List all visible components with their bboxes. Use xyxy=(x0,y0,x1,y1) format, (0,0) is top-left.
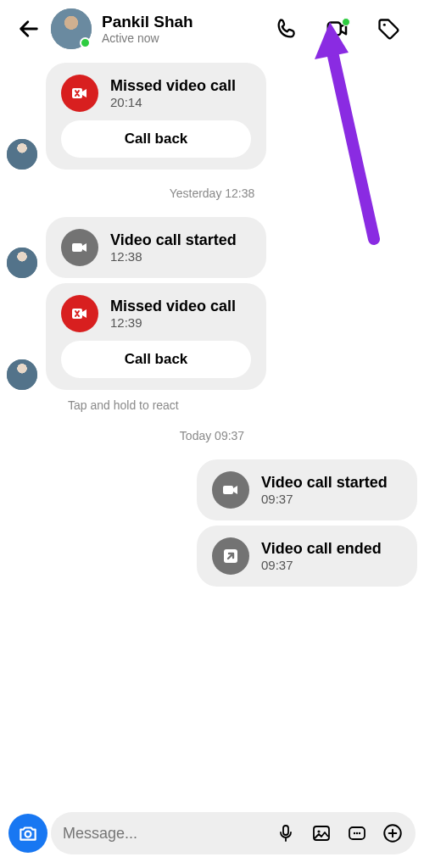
sticker-button[interactable] xyxy=(339,815,375,851)
svg-point-14 xyxy=(359,832,360,834)
svg-point-12 xyxy=(354,832,355,834)
gallery-button[interactable] xyxy=(304,815,339,851)
call-title: Missed video call xyxy=(110,298,236,315)
chat-header: Pankil Shah Active now xyxy=(0,0,424,58)
reaction-hint: Tap and hold to react xyxy=(68,398,417,412)
svg-rect-3 xyxy=(72,243,82,252)
svg-point-1 xyxy=(383,24,386,26)
voice-message-button[interactable] xyxy=(268,815,304,851)
video-call-button[interactable] xyxy=(321,12,354,46)
call-title: Video call started xyxy=(261,474,388,492)
image-icon xyxy=(311,823,332,843)
video-started-icon xyxy=(61,229,98,266)
composer xyxy=(0,802,424,868)
timestamp-divider: Yesterday 12:38 xyxy=(7,186,417,200)
message-thread: Missed video call 20:14 Call back Yester… xyxy=(0,63,424,587)
camera-icon xyxy=(17,822,39,844)
call-time: 20:14 xyxy=(110,95,236,109)
message-row: Video call started 12:38 xyxy=(7,217,417,278)
call-time: 09:37 xyxy=(261,492,388,506)
sender-avatar[interactable] xyxy=(7,139,37,170)
svg-rect-5 xyxy=(223,486,233,494)
svg-rect-0 xyxy=(328,23,341,36)
call-title: Video call started xyxy=(110,231,237,249)
call-bubble[interactable]: Missed video call 12:39 Call back xyxy=(46,283,266,390)
svg-point-10 xyxy=(317,830,320,832)
presence-dot-icon xyxy=(80,37,91,48)
message-input[interactable] xyxy=(63,825,268,843)
svg-rect-8 xyxy=(283,826,288,835)
contact-status: Active now xyxy=(102,31,258,45)
message-row: Missed video call 12:39 Call back xyxy=(7,283,417,390)
phone-icon xyxy=(275,17,298,41)
sticker-icon xyxy=(347,823,367,843)
video-started-icon xyxy=(212,471,249,509)
voice-call-button[interactable] xyxy=(270,12,304,46)
call-bubble[interactable]: Video call started 09:37 xyxy=(197,459,417,520)
tag-button[interactable] xyxy=(371,12,405,46)
mic-icon xyxy=(276,823,296,843)
contact-name: Pankil Shah xyxy=(102,13,258,31)
back-button[interactable] xyxy=(14,14,44,44)
contact-title-block[interactable]: Pankil Shah Active now xyxy=(102,13,258,45)
call-title: Missed video call xyxy=(110,77,236,95)
camera-button[interactable] xyxy=(8,814,47,853)
call-bubble[interactable]: Video call ended 09:37 xyxy=(197,526,417,587)
call-time: 12:38 xyxy=(110,249,237,264)
missed-video-icon xyxy=(61,75,98,112)
call-title: Video call ended xyxy=(261,540,382,558)
call-back-button[interactable]: Call back xyxy=(61,341,251,378)
svg-point-13 xyxy=(356,832,358,834)
call-bubble[interactable]: Missed video call 20:14 Call back xyxy=(46,63,266,170)
call-time: 09:37 xyxy=(261,558,382,572)
call-time: 12:39 xyxy=(110,315,236,330)
video-ended-icon xyxy=(212,537,249,575)
svg-rect-9 xyxy=(314,826,329,840)
message-row: Video call ended 09:37 xyxy=(7,526,417,587)
message-input-pill xyxy=(51,812,416,854)
add-button[interactable] xyxy=(375,815,410,851)
svg-point-7 xyxy=(25,832,31,837)
sender-avatar[interactable] xyxy=(7,248,37,278)
message-row: Video call started 09:37 xyxy=(7,459,417,520)
missed-video-icon xyxy=(61,295,98,332)
plus-circle-icon xyxy=(382,822,404,844)
tag-icon xyxy=(377,17,400,41)
presence-dot-icon xyxy=(342,18,350,26)
call-bubble[interactable]: Video call started 12:38 xyxy=(46,217,266,278)
timestamp-divider: Today 09:37 xyxy=(7,429,417,442)
contact-avatar[interactable] xyxy=(51,8,92,49)
call-back-button[interactable]: Call back xyxy=(61,120,251,158)
sender-avatar[interactable] xyxy=(7,359,37,390)
arrow-left-icon xyxy=(17,17,41,41)
message-row: Missed video call 20:14 Call back xyxy=(7,63,417,170)
